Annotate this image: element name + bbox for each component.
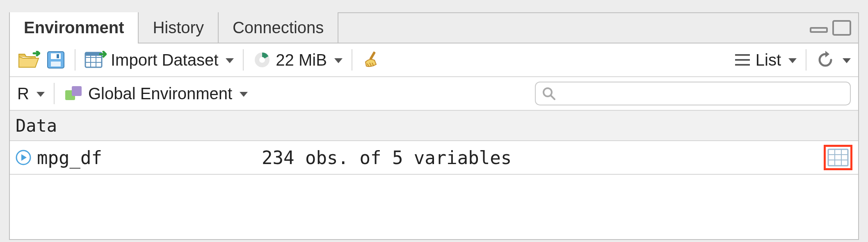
svg-rect-4 <box>51 62 61 66</box>
toolbar-secondary: R Global Environment <box>10 77 858 111</box>
section-header-label: Data <box>16 116 57 136</box>
language-selector[interactable]: R <box>17 84 45 103</box>
chevron-down-icon <box>843 58 851 63</box>
language-label: R <box>17 84 29 103</box>
svg-rect-5 <box>57 54 59 58</box>
search-input[interactable] <box>560 84 844 103</box>
refresh-icon <box>815 50 835 70</box>
separator <box>806 49 806 71</box>
memory-usage-label: 22 MiB <box>276 51 327 69</box>
object-name: mpg_df <box>37 147 102 168</box>
import-dataset-button[interactable]: Import Dataset <box>85 51 234 69</box>
tab-label: History <box>153 18 203 37</box>
chevron-down-icon <box>788 58 797 63</box>
svg-rect-26 <box>828 149 848 166</box>
import-dataset-label: Import Dataset <box>111 51 218 69</box>
memory-usage-button[interactable]: 22 MiB <box>253 50 343 69</box>
svg-rect-22 <box>72 86 82 96</box>
separator <box>243 49 244 71</box>
svg-rect-14 <box>369 51 376 60</box>
list-lines-icon <box>733 53 752 67</box>
view-mode-button[interactable]: List <box>733 51 797 69</box>
search-box[interactable] <box>535 82 851 105</box>
section-header-data: Data <box>10 111 858 141</box>
view-mode-label: List <box>756 51 781 69</box>
separator <box>352 49 352 71</box>
environment-scope-selector[interactable]: Global Environment <box>64 84 248 103</box>
minimize-pane-icon[interactable] <box>810 22 828 34</box>
chevron-down-icon <box>226 58 234 63</box>
chevron-down-icon <box>37 92 45 97</box>
expand-object-icon[interactable] <box>16 150 31 165</box>
search-icon <box>541 86 556 101</box>
separator <box>75 49 75 71</box>
tabs-row: Environment History Connections <box>10 13 858 43</box>
refresh-button[interactable] <box>815 50 851 70</box>
clear-workspace-icon[interactable] <box>361 50 382 70</box>
tab-label: Environment <box>24 18 124 37</box>
view-data-button[interactable] <box>824 145 852 170</box>
pie-usage-icon <box>253 50 272 69</box>
separator <box>54 83 55 104</box>
grid-import-icon <box>85 51 107 69</box>
maximize-pane-icon[interactable] <box>832 20 852 36</box>
grid-icon <box>827 148 849 167</box>
tab-label: Connections <box>233 18 324 37</box>
svg-rect-3 <box>51 53 61 59</box>
tabs-window-controls <box>810 13 858 43</box>
tab-history[interactable]: History <box>139 12 218 43</box>
chevron-down-icon <box>240 92 248 97</box>
tab-environment[interactable]: Environment <box>10 12 139 43</box>
chevron-down-icon <box>334 58 343 63</box>
save-workspace-icon[interactable] <box>46 50 66 70</box>
environment-scope-label: Global Environment <box>88 84 232 103</box>
open-workspace-icon[interactable] <box>17 51 40 69</box>
svg-point-13 <box>259 57 265 63</box>
tab-connections[interactable]: Connections <box>219 12 338 43</box>
svg-rect-0 <box>811 28 827 32</box>
svg-rect-1 <box>833 21 850 35</box>
object-description: 234 obs. of 5 variables <box>262 147 512 168</box>
environment-object-row[interactable]: mpg_df 234 obs. of 5 variables <box>10 141 858 175</box>
environment-pane: Environment History Connections <box>9 12 859 240</box>
environment-scope-icon <box>64 84 84 103</box>
toolbar-primary: Import Dataset 22 MiB <box>10 43 858 77</box>
svg-line-24 <box>551 96 555 99</box>
